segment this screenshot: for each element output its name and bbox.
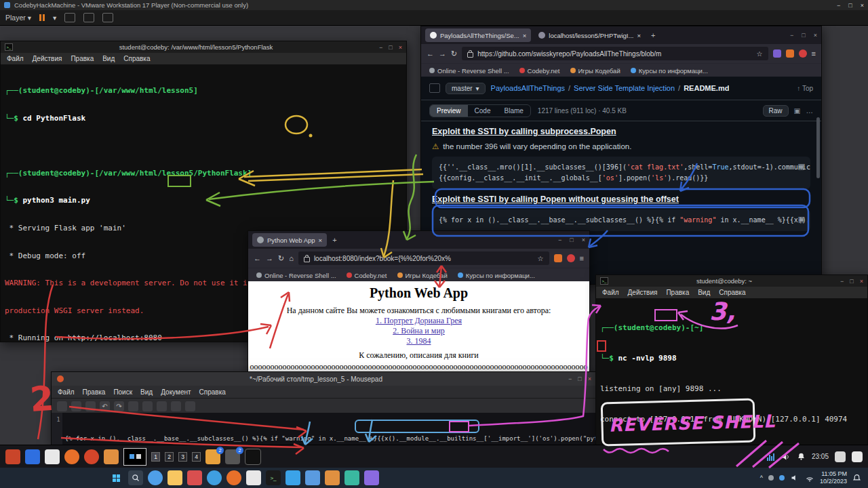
vm-clock[interactable]: 23:05 (812, 453, 829, 460)
code-block-subprocess[interactable]: {{''.__class__.mro()[1].__subclasses__()… (432, 157, 810, 189)
chevron-down-icon[interactable]: ▾ (53, 14, 56, 22)
fullscreen-icon[interactable] (64, 13, 75, 22)
editor-text[interactable]: {% for x in ().__class__.__base__.__subc… (62, 413, 597, 445)
tab-preview[interactable]: Preview (430, 105, 468, 117)
shield-icon[interactable] (835, 451, 846, 462)
url-bar[interactable]: https://github.com/swisskyrepo/PayloadsA… (462, 47, 768, 60)
section-heading-popen-offset[interactable]: Exploit the SSTI by calling Popen withou… (432, 195, 810, 204)
close-button[interactable]: × (588, 375, 591, 382)
code-block-popen[interactable]: {% for x in ().__class__.__base__.__subc… (432, 209, 810, 231)
screenshot-tool-icon[interactable]: 2 (225, 449, 240, 464)
minimize-button[interactable]: − (568, 375, 572, 382)
menu-view[interactable]: Вид (140, 388, 153, 396)
sidebar-toggle-icon[interactable] (429, 83, 440, 93)
player-menu[interactable]: Player ▾ (5, 14, 31, 22)
menu-help[interactable]: Справка (719, 289, 745, 296)
close-tab-icon[interactable]: × (637, 32, 641, 39)
replace-icon[interactable] (185, 401, 195, 411)
minimize-button[interactable]: − (840, 278, 844, 285)
scrollbar[interactable] (816, 117, 820, 178)
back-button[interactable]: ← (254, 254, 261, 262)
bookmark-games[interactable]: Игры Кодебай (570, 67, 620, 75)
burpsuite-icon[interactable] (104, 449, 119, 464)
branch-selector[interactable]: master▾ (446, 83, 486, 94)
close-button[interactable]: × (860, 278, 863, 285)
minimize-button[interactable]: − (837, 2, 840, 9)
bell-icon[interactable] (797, 452, 806, 461)
app-icon[interactable] (246, 470, 261, 485)
copy-icon[interactable] (142, 401, 153, 411)
vscode-icon[interactable] (285, 470, 300, 485)
messenger-icon[interactable] (25, 449, 40, 464)
new-file-icon[interactable] (57, 401, 67, 411)
file-explorer-icon[interactable] (167, 470, 182, 485)
url-text[interactable]: https://github.com/swisskyrepo/PayloadsA… (477, 50, 752, 58)
terminal-window-icon[interactable] (245, 449, 261, 465)
url-text[interactable]: localhost:8080/index?book={%%20for%20x% (314, 255, 534, 262)
close-button[interactable]: × (814, 32, 817, 39)
minimize-button[interactable]: − (379, 44, 382, 51)
copy-icon[interactable]: ▣ (794, 106, 801, 115)
menu-file[interactable]: Файл (602, 289, 619, 296)
bookmark-star-icon[interactable]: ☆ (538, 255, 544, 262)
cut-icon[interactable] (128, 401, 138, 411)
extension-icon[interactable] (786, 49, 794, 58)
tab-code[interactable]: Code (468, 105, 498, 117)
menu-help[interactable]: Справка (123, 55, 150, 62)
bookmark-games[interactable]: Игры Кодебай (397, 272, 448, 279)
system-monitor-icon[interactable] (767, 453, 774, 461)
firefox-icon[interactable] (226, 470, 241, 485)
terminal-icon[interactable]: >_ (266, 470, 281, 485)
bookmark-codeby[interactable]: Codeby.net (519, 67, 560, 75)
app-icon[interactable] (344, 470, 359, 485)
bookmark-reverse-shell[interactable]: Online - Reverse Shell ... (429, 67, 509, 75)
menu-edit[interactable]: Правка (83, 388, 106, 396)
raw-button[interactable]: Raw (763, 105, 789, 117)
tab-localhost-phptwig[interactable]: localhost/lesson5/PHPTwigI... × (534, 28, 646, 42)
vmware-icon[interactable] (305, 470, 320, 485)
back-button[interactable]: ← (427, 49, 434, 58)
app-icon[interactable] (325, 470, 340, 485)
terminal-flask-titlebar[interactable]: >_ student@codeby: /var/www/html/lesson5… (1, 41, 406, 53)
bookmark-star-icon[interactable]: ☆ (757, 50, 763, 58)
minimized-window-button[interactable] (123, 448, 146, 466)
cherrytree-icon[interactable]: 2 (205, 449, 220, 464)
firefox-icon[interactable] (64, 449, 79, 464)
back-to-top-link[interactable]: ↑ Top (797, 85, 813, 92)
find-icon[interactable] (171, 401, 181, 411)
start-menu-button[interactable] (108, 470, 123, 485)
menu-edit[interactable]: Правка (71, 55, 94, 62)
menu-help[interactable]: Справка (199, 388, 226, 396)
menu-actions[interactable]: Действия (33, 55, 62, 62)
workspace-4[interactable]: 4 (192, 452, 201, 462)
new-tab-button[interactable]: + (648, 31, 658, 39)
save-icon[interactable] (85, 401, 96, 411)
open-file-icon[interactable] (71, 401, 81, 411)
task-view-icon[interactable] (148, 470, 163, 485)
maximize-button[interactable]: □ (848, 2, 852, 9)
mousepad-titlebar[interactable]: *~/Рабочий стол/tmp_lesson_5 - Mousepad … (52, 372, 597, 386)
undo-icon[interactable]: ↶ (100, 401, 110, 411)
copy-code-icon[interactable]: ▣ (798, 161, 805, 171)
book-link-2[interactable]: 2. Война и мир (248, 326, 589, 336)
workspace-2[interactable]: 2 (165, 452, 174, 462)
tray-expand-icon[interactable]: ^ (760, 474, 763, 481)
reload-button[interactable]: ↻ (451, 49, 457, 58)
close-button[interactable]: × (582, 237, 585, 243)
volume-icon[interactable] (781, 452, 791, 462)
bookmark-codeby[interactable]: Codeby.net (347, 272, 387, 279)
devices-icon[interactable] (102, 13, 113, 22)
reload-button[interactable]: ↻ (278, 254, 284, 263)
bookmark-reverse-shell[interactable]: Online - Reverse Shell ... (256, 272, 336, 279)
terminal-nc-titlebar[interactable]: >_ student@codeby: ~ − □ × (596, 275, 867, 287)
network-icon[interactable] (805, 474, 814, 482)
tray-icon[interactable] (768, 475, 774, 481)
app-icon[interactable] (364, 470, 379, 485)
show-desktop-icon[interactable] (852, 451, 863, 462)
new-tab-button[interactable]: + (330, 236, 339, 244)
extension-icon[interactable] (554, 254, 562, 262)
menu-document[interactable]: Документ (161, 388, 191, 396)
extension-icon[interactable] (773, 49, 781, 58)
minimize-button[interactable]: − (790, 32, 793, 39)
close-button[interactable]: × (399, 44, 402, 51)
